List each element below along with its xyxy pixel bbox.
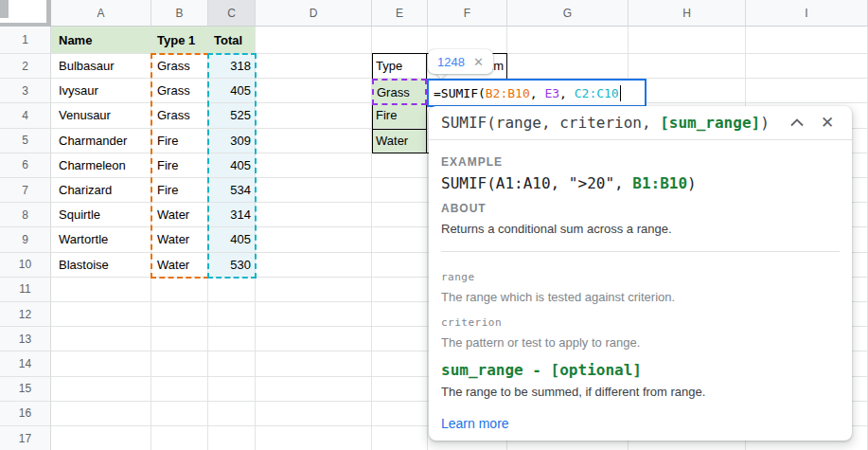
row-header-16[interactable]: 16: [0, 402, 51, 426]
cell-E11[interactable]: [372, 278, 428, 302]
cell-D8[interactable]: [256, 203, 372, 227]
cell-C15[interactable]: [208, 377, 256, 402]
cell-D14[interactable]: [256, 351, 372, 376]
cell-G2[interactable]: [507, 54, 629, 79]
cell-G1[interactable]: [507, 27, 629, 54]
cell-B6[interactable]: Fire: [151, 153, 208, 178]
criterion-cell-E3[interactable]: Grass: [372, 79, 427, 105]
cell-A12[interactable]: [51, 302, 151, 327]
cell-A17[interactable]: [51, 426, 151, 450]
cell-B1[interactable]: Type 1: [151, 27, 208, 54]
row-header-17[interactable]: 17: [0, 426, 51, 450]
cell-A3[interactable]: Ivysaur: [51, 79, 151, 103]
column-header-B[interactable]: B: [151, 0, 208, 27]
cell-E6[interactable]: [372, 153, 428, 178]
cell-C13[interactable]: [208, 327, 256, 351]
cell-D13[interactable]: [256, 327, 372, 351]
cell-D4[interactable]: [256, 103, 372, 128]
cell-C17[interactable]: [208, 426, 256, 450]
cell-E15[interactable]: [372, 377, 428, 402]
cell-E17[interactable]: [372, 426, 428, 450]
cell-B3[interactable]: Grass: [151, 79, 208, 103]
row-header-5[interactable]: 5: [0, 129, 51, 153]
cell-A2[interactable]: Bulbasaur: [51, 54, 151, 79]
cell-A6[interactable]: Charmeleon: [51, 153, 151, 178]
cell-B10[interactable]: Water: [151, 253, 208, 278]
cell-C16[interactable]: [208, 402, 256, 426]
row-header-13[interactable]: 13: [0, 327, 51, 351]
cell-D5[interactable]: [256, 129, 372, 153]
cell-B12[interactable]: [151, 302, 208, 327]
cell-E4[interactable]: Fire: [372, 103, 428, 128]
row-header-10[interactable]: 10: [0, 253, 51, 278]
cell-E1[interactable]: [372, 27, 428, 54]
cell-C14[interactable]: [208, 351, 256, 376]
cell-C8[interactable]: 314: [208, 203, 256, 227]
cell-A13[interactable]: [51, 327, 151, 351]
cell-B7[interactable]: Fire: [151, 178, 208, 203]
cell-A10[interactable]: Blastoise: [51, 253, 151, 278]
cell-I3[interactable]: [746, 79, 868, 103]
cell-A9[interactable]: Wartortle: [51, 227, 151, 252]
cell-A5[interactable]: Charmander: [51, 129, 151, 153]
cell-D17[interactable]: [256, 426, 372, 450]
cell-C9[interactable]: 405: [208, 227, 256, 252]
row-header-15[interactable]: 15: [0, 377, 51, 402]
cell-B14[interactable]: [151, 351, 208, 376]
cell-D10[interactable]: [256, 253, 372, 278]
cell-B13[interactable]: [151, 327, 208, 351]
cell-E2[interactable]: Type: [372, 54, 428, 79]
cell-D15[interactable]: [256, 377, 372, 402]
cell-E7[interactable]: [372, 178, 428, 203]
cell-B5[interactable]: Fire: [151, 129, 208, 153]
cell-E8[interactable]: [372, 203, 428, 227]
row-header-11[interactable]: 11: [0, 278, 51, 302]
formula-editor[interactable]: =SUMIF(B2:B10, E3, C2:C10: [427, 79, 647, 107]
learn-more-link[interactable]: Learn more: [441, 416, 509, 431]
row-header-4[interactable]: 4: [0, 103, 51, 128]
dismiss-icon[interactable]: ✕: [473, 55, 484, 69]
collapse-icon[interactable]: [786, 112, 808, 135]
cell-B8[interactable]: Water: [151, 203, 208, 227]
row-header-8[interactable]: 8: [0, 203, 51, 227]
row-header-2[interactable]: 2: [0, 54, 51, 79]
cell-A4[interactable]: Venusaur: [51, 103, 151, 128]
cell-A14[interactable]: [51, 351, 151, 376]
column-header-G[interactable]: G: [507, 0, 629, 27]
cell-B16[interactable]: [151, 402, 208, 426]
row-header-14[interactable]: 14: [0, 351, 51, 376]
column-header-D[interactable]: D: [256, 0, 372, 27]
cell-I2[interactable]: [746, 54, 868, 79]
cell-D6[interactable]: [256, 153, 372, 178]
cell-A16[interactable]: [51, 402, 151, 426]
cell-C1[interactable]: Total: [208, 27, 256, 54]
cell-A7[interactable]: Charizard: [51, 178, 151, 203]
cell-D11[interactable]: [256, 278, 372, 302]
cell-C11[interactable]: [208, 278, 256, 302]
cell-D3[interactable]: [256, 79, 372, 103]
row-header-7[interactable]: 7: [0, 178, 51, 203]
cell-D9[interactable]: [256, 227, 372, 252]
close-icon[interactable]: ✕: [816, 112, 839, 135]
cell-A15[interactable]: [51, 377, 151, 402]
cell-A11[interactable]: [51, 278, 151, 302]
column-header-I[interactable]: I: [746, 0, 868, 27]
cell-C6[interactable]: 405: [208, 153, 256, 178]
cell-D7[interactable]: [256, 178, 372, 203]
cell-A1[interactable]: Name: [51, 27, 151, 54]
cell-D16[interactable]: [256, 402, 372, 426]
cell-E9[interactable]: [372, 227, 428, 252]
cell-C7[interactable]: 534: [208, 178, 256, 203]
cell-B9[interactable]: Water: [151, 227, 208, 252]
cell-B17[interactable]: [151, 426, 208, 450]
cell-E12[interactable]: [372, 302, 428, 327]
column-header-A[interactable]: A: [51, 0, 151, 27]
cell-B11[interactable]: [151, 278, 208, 302]
cell-C4[interactable]: 525: [208, 103, 256, 128]
column-header-C[interactable]: C: [208, 0, 256, 27]
cell-C10[interactable]: 530: [208, 253, 256, 278]
cell-E13[interactable]: [372, 327, 428, 351]
cell-I1[interactable]: [746, 27, 868, 54]
cell-D12[interactable]: [256, 302, 372, 327]
cell-B15[interactable]: [151, 377, 208, 402]
